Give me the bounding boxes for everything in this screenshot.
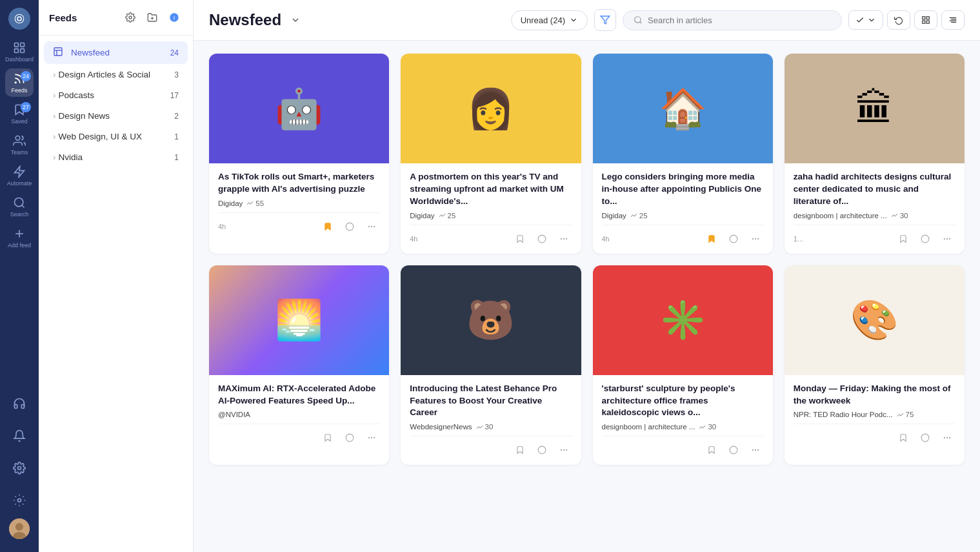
card-title: Monday — Friday: Making the most of the … — [794, 383, 955, 407]
rail-item-feeds[interactable]: 24 Feeds — [5, 68, 34, 97]
rail-item-headphones[interactable] — [5, 389, 34, 418]
svg-rect-30 — [926, 17, 929, 19]
sidebar-item-nvidia[interactable]: › Nvidia 1 — [44, 147, 188, 167]
bookmark-btn[interactable] — [895, 230, 912, 247]
more-btn[interactable] — [747, 230, 764, 247]
svg-point-14 — [18, 499, 21, 502]
bookmark-btn[interactable] — [703, 442, 720, 458]
more-btn[interactable] — [363, 218, 380, 235]
svg-point-46 — [752, 238, 754, 240]
circle-btn[interactable] — [341, 218, 358, 235]
more-btn[interactable] — [363, 429, 380, 446]
svg-point-68 — [949, 437, 950, 438]
profile-icon-btn[interactable]: i — [166, 9, 183, 26]
user-avatar[interactable] — [9, 518, 30, 539]
card-footer: 1... — [794, 225, 955, 247]
circle-btn[interactable] — [917, 429, 934, 446]
svg-point-0 — [17, 17, 21, 21]
source-count: 55 — [246, 199, 264, 207]
svg-point-40 — [374, 226, 375, 227]
circle-btn[interactable] — [341, 429, 358, 446]
bookmark-btn[interactable] — [319, 218, 336, 235]
article-card[interactable]: 👩 A postmortem on this year's TV and str… — [401, 54, 581, 254]
sidebar-item-design-news[interactable]: › Design News 2 — [44, 106, 188, 126]
refresh-btn[interactable] — [887, 10, 910, 30]
bookmark-btn[interactable] — [895, 429, 912, 446]
article-card[interactable]: 🏠 Lego considers bringing more media in-… — [593, 54, 773, 254]
bookmark-btn[interactable] — [319, 429, 336, 446]
rail-item-teams[interactable]: Teams — [5, 130, 34, 159]
source-name: @NVIDIA — [218, 411, 250, 418]
svg-point-54 — [368, 437, 370, 438]
circle-btn[interactable] — [917, 230, 934, 247]
rail-label-teams: Teams — [11, 149, 28, 156]
card-title: Lego considers bringing more media in-ho… — [602, 171, 764, 208]
article-card[interactable]: 🤖 As TikTok rolls out Smart+, marketers … — [209, 54, 389, 254]
bookmark-btn[interactable] — [703, 230, 720, 247]
search-input[interactable] — [648, 15, 831, 25]
svg-point-62 — [752, 449, 754, 451]
article-card[interactable]: 🎨 Monday — Friday: Making the most of th… — [785, 265, 965, 465]
source-count: 30 — [699, 423, 716, 431]
rail-item-settings-circle[interactable] — [5, 454, 34, 482]
new-folder-icon-btn[interactable] — [144, 9, 161, 26]
more-btn[interactable] — [555, 230, 572, 247]
article-card[interactable]: ✳️ 'starburst' sculpture by people's arc… — [593, 265, 773, 465]
svg-point-65 — [921, 434, 929, 442]
funnel-filter-btn[interactable] — [594, 9, 616, 31]
rail-label-automate: Automate — [7, 180, 32, 187]
circle-btn[interactable] — [534, 230, 550, 247]
rail-item-saved[interactable]: 27 Saved — [5, 99, 34, 128]
bookmark-btn[interactable] — [512, 230, 528, 247]
card-actions — [703, 442, 764, 458]
chevron-icon-5: › — [53, 152, 56, 162]
more-btn[interactable] — [939, 230, 955, 247]
card-body: Lego considers bringing more media in-ho… — [593, 163, 773, 254]
unread-filter-btn[interactable]: Unread (24) — [511, 10, 588, 30]
svg-line-10 — [22, 205, 25, 207]
rail-item-dashboard[interactable]: Dashboard — [5, 37, 34, 66]
card-footer: 4h — [410, 225, 572, 247]
newsfeed-label: Newsfeed — [71, 48, 170, 57]
rail-item-automate[interactable]: Automate — [5, 161, 34, 190]
mark-read-btn[interactable] — [848, 10, 883, 30]
more-btn[interactable] — [555, 442, 572, 458]
circle-btn[interactable] — [725, 230, 742, 247]
settings-icon-btn[interactable] — [122, 9, 139, 26]
rail-item-settings[interactable] — [5, 486, 34, 515]
svg-point-55 — [371, 437, 372, 438]
sidebar-item-web-design[interactable]: › Web Design, UI & UX 1 — [44, 127, 188, 147]
bookmark-btn[interactable] — [512, 442, 528, 458]
svg-marker-8 — [15, 166, 25, 177]
card-time: 4h — [602, 235, 610, 243]
design-news-label: Design News — [59, 111, 175, 121]
title-chevron-btn[interactable] — [286, 11, 305, 29]
svg-point-59 — [563, 449, 564, 451]
svg-point-38 — [368, 226, 370, 227]
card-actions — [319, 218, 380, 235]
svg-point-43 — [563, 238, 564, 240]
more-btn[interactable] — [747, 442, 764, 458]
sidebar-item-design-articles[interactable]: › Design Articles & Social 3 — [44, 65, 188, 85]
sidebar-item-podcasts[interactable]: › Podcasts 17 — [44, 85, 188, 105]
sort-btn[interactable] — [941, 10, 965, 30]
circle-btn[interactable] — [534, 442, 550, 458]
circle-btn[interactable] — [725, 442, 742, 458]
topbar: Newsfeed Unread (24) — [194, 0, 980, 41]
svg-point-9 — [15, 198, 23, 206]
rail-item-search[interactable]: Search — [5, 192, 34, 221]
grid-view-btn[interactable] — [914, 10, 937, 30]
more-btn[interactable] — [939, 429, 955, 446]
article-card[interactable]: 🌅 MAXimum AI: RTX-Accelerated Adobe AI-P… — [209, 265, 389, 465]
rail-item-add-feed[interactable]: Add feed — [5, 223, 34, 252]
card-title: As TikTok rolls out Smart+, marketers gr… — [218, 171, 380, 196]
article-card[interactable]: 🐻 Introducing the Latest Behance Pro Fea… — [401, 265, 581, 465]
chevron-icon-3: › — [53, 111, 56, 121]
card-title: 'starburst' sculpture by people's archit… — [602, 383, 764, 420]
sidebar-header: Feeds i — [39, 0, 193, 36]
sidebar-item-newsfeed[interactable]: Newsfeed 24 — [44, 41, 188, 64]
card-source: designboom | architecture ... 30 — [794, 212, 955, 220]
article-card[interactable]: 🏛 zaha hadid architects designs cultural… — [785, 54, 965, 254]
rail-item-notifications[interactable] — [5, 422, 34, 450]
feed-content: 🤖 As TikTok rolls out Smart+, marketers … — [194, 41, 980, 552]
